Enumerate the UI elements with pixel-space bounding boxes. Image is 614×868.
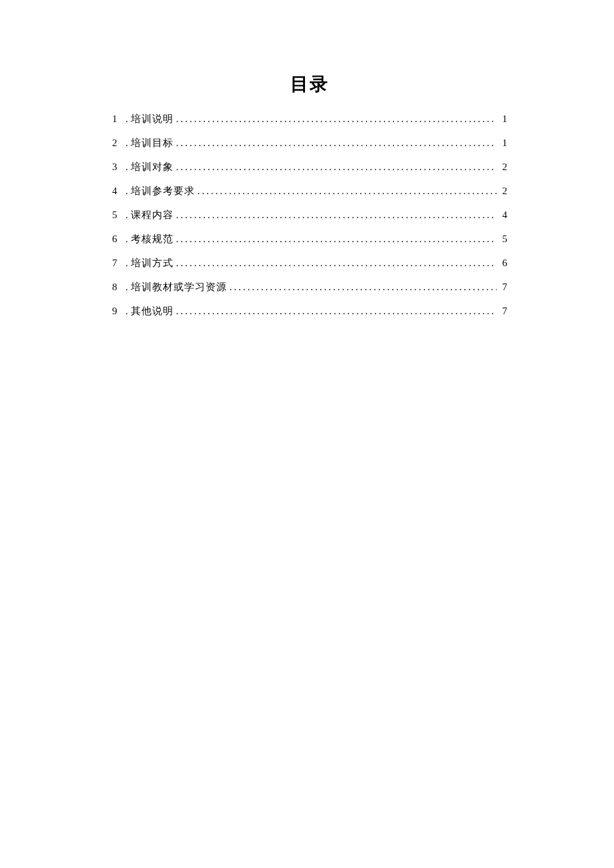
toc-item-number: 4: [112, 184, 123, 198]
toc-item-dots: [176, 304, 497, 318]
toc-item-dots: [176, 160, 497, 174]
toc-item-number: 3: [112, 160, 123, 174]
toc-item-sep: .: [125, 208, 128, 222]
toc-item-label: 考核规范: [131, 232, 174, 246]
toc-item-sep: .: [125, 232, 128, 246]
toc-item-label: 培训说明: [131, 112, 174, 126]
toc-item-dots: [176, 208, 497, 222]
toc-item: 3 . 培训对象 2: [112, 160, 507, 174]
toc-item-number: 2: [112, 136, 123, 150]
toc-item-number: 1: [112, 112, 123, 126]
toc-item-number: 6: [112, 232, 123, 246]
toc-item-page: 2: [499, 160, 507, 174]
toc-item-page: 1: [499, 136, 507, 150]
toc-item-label: 培训目标: [131, 136, 174, 150]
toc-item-label: 培训方式: [131, 256, 174, 270]
toc-item: 7 . 培训方式 6: [112, 256, 507, 270]
toc-item-page: 4: [499, 208, 507, 222]
toc-item: 1 . 培训说明 1: [112, 112, 507, 126]
toc-item-dots: [230, 280, 497, 294]
toc-item-sep: .: [125, 304, 128, 318]
toc-item: 6 . 考核规范 5: [112, 232, 507, 246]
toc-title: 目录: [112, 72, 507, 96]
toc-item-sep: .: [125, 160, 128, 174]
toc-item-dots: [198, 184, 497, 198]
toc-item: 8 . 培训教材或学习资源 7: [112, 280, 507, 294]
toc-item-page: 2: [499, 184, 507, 198]
toc-item-label: 培训参考要求: [131, 184, 195, 198]
toc-item-label: 其他说明: [131, 304, 174, 318]
toc-item-sep: .: [125, 184, 128, 198]
toc-item-sep: .: [125, 112, 128, 126]
document-page: 目录 1 . 培训说明 1 2 . 培训目标 1 3 . 培训对象 2 4 . …: [0, 0, 614, 318]
toc-list: 1 . 培训说明 1 2 . 培训目标 1 3 . 培训对象 2 4 . 培训参…: [112, 112, 507, 318]
toc-item-number: 9: [112, 304, 123, 318]
toc-item-number: 5: [112, 208, 123, 222]
toc-item: 9 . 其他说明 7: [112, 304, 507, 318]
toc-item-page: 7: [499, 304, 507, 318]
toc-item-sep: .: [125, 280, 128, 294]
toc-item-page: 6: [499, 256, 507, 270]
toc-item: 2 . 培训目标 1: [112, 136, 507, 150]
toc-item: 4 . 培训参考要求 2: [112, 184, 507, 198]
toc-item-dots: [176, 136, 497, 150]
toc-item-sep: .: [125, 136, 128, 150]
toc-item-dots: [176, 112, 497, 126]
toc-item-number: 7: [112, 256, 123, 270]
toc-item-number: 8: [112, 280, 123, 294]
toc-item: 5 . 课程内容 4: [112, 208, 507, 222]
toc-item-dots: [176, 256, 497, 270]
toc-item-label: 培训对象: [131, 160, 174, 174]
toc-item-label: 课程内容: [131, 208, 174, 222]
toc-item-page: 5: [499, 232, 507, 246]
toc-item-label: 培训教材或学习资源: [131, 280, 227, 294]
toc-item-page: 1: [499, 112, 507, 126]
toc-item-dots: [176, 232, 497, 246]
toc-item-sep: .: [125, 256, 128, 270]
toc-item-page: 7: [499, 280, 507, 294]
